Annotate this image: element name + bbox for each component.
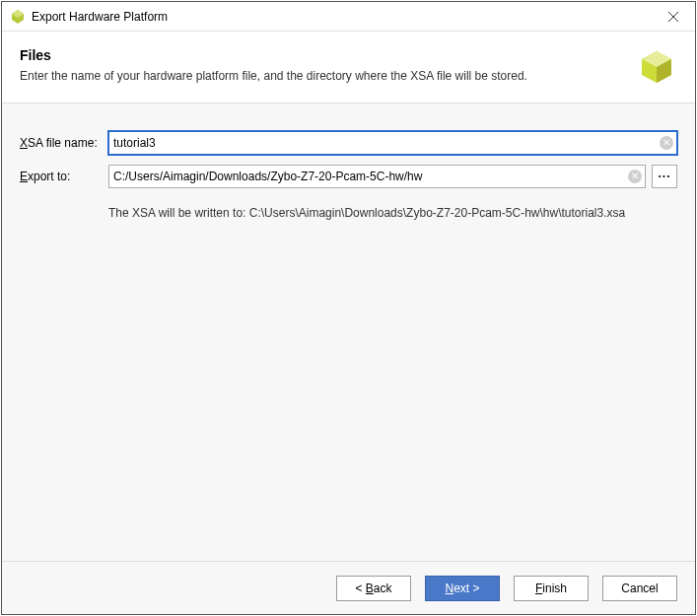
page-description: Enter the name of your hardware platform… bbox=[20, 69, 636, 83]
output-path-info: The XSA will be written to: C:\Users\Aim… bbox=[108, 198, 677, 220]
wizard-body: XSA file name: ✕ Export to: ✕ ··· The XS… bbox=[2, 103, 695, 561]
window-title: Export Hardware Platform bbox=[32, 10, 652, 24]
vendor-logo-icon bbox=[636, 47, 677, 89]
wizard-header: Files Enter the name of your hardware pl… bbox=[2, 32, 695, 103]
xsa-file-name-input[interactable] bbox=[108, 131, 677, 155]
export-to-input[interactable] bbox=[108, 165, 646, 188]
close-icon bbox=[668, 12, 678, 22]
back-button[interactable]: < Back bbox=[336, 576, 411, 601]
row-export-to: Export to: ✕ ··· bbox=[20, 165, 677, 188]
clear-xsa-icon[interactable]: ✕ bbox=[660, 136, 673, 150]
row-xsa-file-name: XSA file name: ✕ bbox=[20, 131, 677, 155]
cancel-button[interactable]: Cancel bbox=[602, 576, 677, 601]
xsa-file-name-input-wrap: ✕ bbox=[108, 131, 677, 155]
ellipsis-icon: ··· bbox=[658, 170, 670, 183]
label-export-to: Export to: bbox=[20, 170, 108, 183]
export-to-input-wrap: ✕ bbox=[108, 165, 646, 188]
browse-button[interactable]: ··· bbox=[652, 165, 677, 188]
label-xsa-file-name: XSA file name: bbox=[20, 136, 108, 150]
close-button[interactable] bbox=[652, 2, 695, 32]
wizard-header-text: Files Enter the name of your hardware pl… bbox=[20, 47, 636, 89]
titlebar: Export Hardware Platform bbox=[2, 2, 695, 32]
wizard-footer: < Back Next > Finish Cancel bbox=[2, 561, 695, 614]
page-heading: Files bbox=[20, 47, 636, 63]
dialog-window: Export Hardware Platform Files Enter the… bbox=[1, 1, 696, 615]
finish-button[interactable]: Finish bbox=[514, 576, 589, 601]
next-button[interactable]: Next > bbox=[425, 576, 500, 601]
clear-export-icon[interactable]: ✕ bbox=[628, 170, 642, 183]
app-icon bbox=[10, 9, 26, 25]
